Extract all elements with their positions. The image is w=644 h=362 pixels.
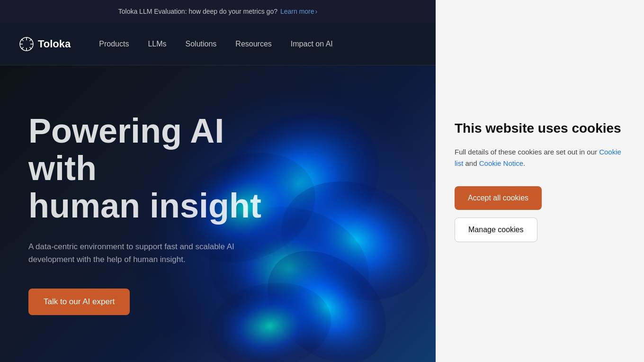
hero-content: Powering AI with human insight A data-ce… <box>28 112 294 315</box>
hero-title: Powering AI with human insight <box>28 112 294 225</box>
svg-line-8 <box>22 47 24 49</box>
accept-all-cookies-button[interactable]: Accept all cookies <box>455 186 542 210</box>
cookie-notice-link[interactable]: Cookie Notice <box>479 159 523 167</box>
hero-section: Powering AI with human insight A data-ce… <box>0 65 436 362</box>
logo[interactable]: Toloka <box>19 36 71 52</box>
cookie-buttons: Accept all cookies Manage cookies <box>455 186 625 242</box>
talk-to-expert-button[interactable]: Talk to our AI expert <box>28 289 130 315</box>
svg-line-6 <box>30 47 32 49</box>
nav-impact-on-ai[interactable]: Impact on AI <box>291 40 333 48</box>
nav-products[interactable]: Products <box>99 40 129 48</box>
cookie-panel: This website uses cookies Full details o… <box>436 0 644 362</box>
navbar: Toloka Products LLMs Solutions Resources… <box>0 23 436 65</box>
toloka-logo-icon <box>19 36 34 52</box>
logo-text: Toloka <box>38 38 71 50</box>
cookie-desc-text2: and <box>463 159 479 167</box>
manage-cookies-button[interactable]: Manage cookies <box>455 217 537 242</box>
hero-title-line1: Powering AI with <box>28 112 224 187</box>
cookie-description: Full details of these cookies are set ou… <box>455 146 625 169</box>
hero-title-line2: human insight <box>28 187 261 225</box>
hero-subtitle: A data-centric environment to support fa… <box>28 240 237 266</box>
site-left: Toloka LLM Evaluation: how deep do your … <box>0 0 436 362</box>
nav-solutions[interactable]: Solutions <box>186 40 217 48</box>
nav-links: Products LLMs Solutions Resources Impact… <box>99 40 333 48</box>
cookie-desc-text3: . <box>523 159 525 167</box>
nav-resources[interactable]: Resources <box>235 40 271 48</box>
learn-more-link[interactable]: Learn more › <box>280 8 317 15</box>
announcement-bar: Toloka LLM Evaluation: how deep do your … <box>0 0 436 23</box>
arrow-icon: › <box>315 8 318 15</box>
learn-more-label: Learn more <box>280 8 314 15</box>
svg-line-5 <box>22 39 24 41</box>
svg-line-7 <box>30 39 32 41</box>
cookie-title: This website uses cookies <box>455 120 625 137</box>
nav-llms[interactable]: LLMs <box>148 40 166 48</box>
announcement-text: Toloka LLM Evaluation: how deep do your … <box>118 8 277 15</box>
cookie-desc-text1: Full details of these cookies are set ou… <box>455 148 599 156</box>
